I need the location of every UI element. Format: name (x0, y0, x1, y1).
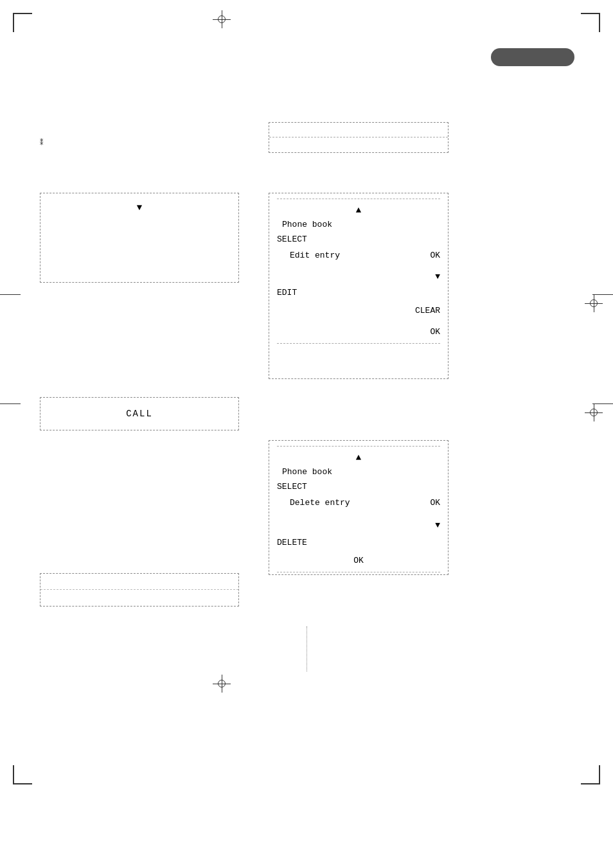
delete-select-label: SELECT (277, 481, 440, 494)
edit-arrow-down: ▼ (277, 270, 440, 284)
right-reg-mark-bottom (592, 403, 613, 404)
left-panel-bottom-line (40, 574, 238, 590)
edit-phonebook-label: Phone book (277, 218, 440, 232)
corner-tr (581, 13, 600, 32)
left-panel-top: ▼ (40, 193, 239, 283)
delete-ok2-label: OK (277, 554, 440, 568)
edit-arrow-up: ▲ (277, 203, 440, 217)
right-reg-mark-top (592, 294, 613, 295)
left-reg-mark-top (0, 294, 21, 295)
crosshair-right-bottom (585, 403, 603, 421)
panel-bottom-line-edit (277, 343, 440, 344)
panel-bottom-line-delete (277, 572, 440, 572)
top-right-box-line1 (269, 123, 448, 137)
corner-bl (13, 765, 32, 784)
left-panel-call[interactable]: CALL (40, 397, 239, 430)
delete-entry-row: Delete entry OK (277, 497, 440, 510)
top-pill (491, 48, 574, 66)
edit-ok2-label: OK (277, 326, 440, 339)
delete-arrow-down: ▼ (277, 519, 440, 533)
edit-entry-row: Edit entry OK (277, 249, 440, 263)
left-panel-bottom (40, 573, 239, 607)
corner-br (581, 765, 600, 784)
call-label: CALL (126, 409, 153, 419)
delete-arrow-up: ▲ (277, 450, 440, 465)
dotted-vertical-line (306, 626, 307, 671)
left-reg-mark-bottom (0, 403, 21, 404)
top-right-box (269, 122, 449, 153)
right-panel-edit: ▲ Phone book SELECT Edit entry OK ▼ EDIT… (269, 193, 449, 379)
delete-phonebook-label: Phone book (277, 466, 440, 479)
edit-label: EDIT (277, 287, 440, 300)
panel-top-line-edit (277, 199, 440, 199)
right-panel-delete: ▲ Phone book SELECT Delete entry OK ▼ DE… (269, 440, 449, 575)
clear-label: CLEAR (277, 305, 440, 318)
left-panel-arrow: ▼ (48, 202, 231, 213)
crosshair-right-top (585, 294, 603, 312)
crosshair-top (213, 10, 231, 28)
corner-tl (13, 13, 32, 32)
edit-select-label: SELECT (277, 233, 440, 247)
panel-top-line-delete (277, 446, 440, 447)
delete-label: DELETE (277, 536, 440, 550)
small-icon: ⁑ (40, 138, 44, 146)
crosshair-bottom (213, 675, 231, 693)
